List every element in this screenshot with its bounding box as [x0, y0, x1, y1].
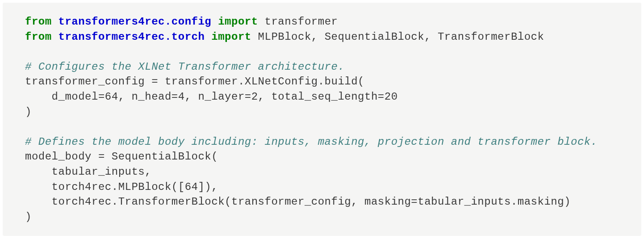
comment: # Configures the XLNet Transformer archi… [25, 61, 344, 73]
code-line: ) [25, 211, 32, 223]
keyword-from: from [25, 16, 52, 28]
keyword-import: import [211, 31, 251, 43]
import-names: MLPBlock, SequentialBlock, TransformerBl… [251, 31, 544, 43]
import-names: transformer [258, 16, 338, 28]
comment: # Defines the model body including: inpu… [25, 136, 598, 148]
code-line: torch4rec.TransformerBlock(transformer_c… [25, 196, 571, 208]
code-line: transformer_config = transformer.XLNetCo… [25, 76, 364, 88]
code-line: model_body = SequentialBlock( [25, 151, 218, 163]
module-path: transformers4rec.torch [59, 31, 205, 43]
code-line: torch4rec.MLPBlock([64]), [25, 181, 218, 193]
code-line: d_model=64, n_head=4, n_layer=2, total_s… [25, 91, 398, 103]
code-block: from transformers4rec.config import tran… [3, 3, 641, 236]
keyword-from: from [25, 31, 52, 43]
keyword-import: import [218, 16, 258, 28]
code-line: tabular_inputs, [25, 166, 151, 178]
code-line: ) [25, 106, 32, 118]
module-path: transformers4rec.config [59, 16, 212, 28]
